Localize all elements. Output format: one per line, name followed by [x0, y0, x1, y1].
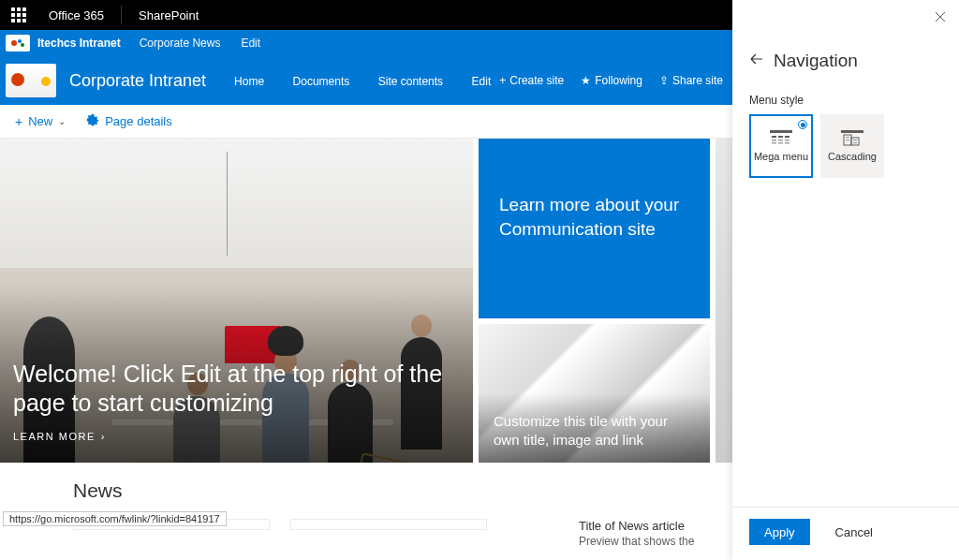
create-site-label: Create site: [509, 74, 564, 87]
hub-logo: [6, 35, 30, 52]
svg-rect-3: [770, 130, 792, 133]
plus-icon: +: [499, 74, 506, 87]
tile-title: Customize this tile with your own title,…: [494, 412, 695, 450]
nav-edit[interactable]: Edit: [472, 75, 492, 88]
hero-title: Welcome! Click Edit at the top right of …: [13, 360, 445, 419]
gear-icon: [86, 113, 99, 129]
svg-rect-10: [772, 142, 776, 144]
svg-rect-13: [841, 130, 863, 133]
page-details-button[interactable]: Page details: [86, 113, 172, 129]
news-article[interactable]: Title of News article Preview that shows…: [579, 519, 695, 548]
choice-label: Mega menu: [754, 151, 808, 162]
svg-rect-7: [772, 140, 776, 141]
learn-more-link[interactable]: LEARN MORE ›: [13, 431, 445, 442]
star-icon: ★: [581, 74, 591, 87]
news-article-preview: Preview that shows the: [579, 535, 695, 548]
news-card[interactable]: [290, 519, 487, 530]
learn-more-label: LEARN MORE: [13, 431, 96, 442]
svg-rect-18: [853, 140, 857, 140]
cancel-button[interactable]: Cancel: [819, 519, 889, 545]
menu-style-mega-menu[interactable]: Mega menu: [749, 114, 813, 178]
panel-title: Navigation: [774, 51, 858, 71]
waffle-icon: [11, 7, 26, 22]
site-logo[interactable]: [6, 64, 56, 97]
chevron-down-icon: ⌄: [58, 116, 66, 126]
menu-style-label: Menu style: [732, 81, 959, 114]
hub-link-edit[interactable]: Edit: [241, 37, 260, 50]
nav-documents[interactable]: Documents: [293, 75, 350, 88]
navigation-settings-panel: Navigation Menu style Mega menu Cascadin…: [732, 0, 959, 560]
svg-rect-8: [778, 140, 783, 141]
back-button[interactable]: [749, 52, 764, 70]
app-launcher-button[interactable]: [0, 0, 37, 30]
svg-rect-17: [846, 140, 849, 140]
radio-selected-icon: [798, 120, 807, 129]
following-label: Following: [595, 74, 642, 87]
apply-button[interactable]: Apply: [749, 519, 810, 545]
svg-rect-11: [778, 142, 783, 144]
svg-point-0: [11, 40, 17, 46]
svg-point-1: [18, 39, 22, 43]
close-button[interactable]: [935, 11, 946, 25]
cascading-icon: [841, 130, 863, 147]
following-button[interactable]: ★ Following: [581, 74, 642, 87]
svg-rect-5: [778, 136, 783, 138]
page-details-label: Page details: [105, 114, 172, 128]
menu-style-cascading[interactable]: Cascading: [820, 114, 884, 178]
hero-primary-tile[interactable]: Welcome! Click Edit at the top right of …: [0, 139, 473, 463]
choice-label: Cascading: [828, 151, 877, 162]
status-bar-url: https://go.microsoft.com/fwlink/?linkid=…: [3, 511, 227, 526]
chevron-right-icon: ›: [101, 431, 106, 442]
divider: [121, 6, 122, 24]
hero-tile-learn-more[interactable]: Learn more about your Communication site: [479, 139, 710, 318]
tile-title: Learn more about your Communication site: [499, 193, 689, 241]
svg-rect-4: [772, 136, 776, 138]
svg-rect-15: [851, 138, 859, 145]
create-site-button[interactable]: + Create site: [499, 74, 564, 87]
hero-tile-partial[interactable]: [716, 139, 732, 463]
svg-rect-19: [853, 142, 857, 143]
hub-link-corporate-news[interactable]: Corporate News: [140, 37, 221, 50]
share-site-button[interactable]: ⇪ Share site: [659, 74, 723, 87]
site-title[interactable]: Corporate Intranet: [69, 71, 206, 91]
hero-tile-customize[interactable]: Customize this tile with your own title,…: [479, 324, 710, 463]
new-label: New: [28, 114, 52, 128]
hub-site-title[interactable]: Itechcs Intranet: [37, 37, 121, 50]
svg-rect-9: [785, 140, 789, 141]
news-article-title: Title of News article: [579, 519, 695, 533]
close-icon: [935, 11, 946, 22]
sharepoint-label[interactable]: SharePoint: [127, 8, 210, 22]
svg-rect-12: [785, 142, 789, 144]
share-icon: ⇪: [659, 74, 669, 87]
plus-icon: +: [15, 114, 22, 129]
office365-label[interactable]: Office 365: [37, 8, 115, 22]
nav-site-contents[interactable]: Site contents: [378, 75, 443, 88]
svg-rect-6: [785, 136, 789, 138]
svg-rect-16: [846, 137, 849, 138]
mega-menu-icon: [770, 130, 792, 147]
arrow-left-icon: [749, 52, 764, 66]
share-site-label: Share site: [672, 74, 723, 87]
new-button[interactable]: + New ⌄: [15, 114, 66, 129]
news-heading: News: [73, 479, 732, 502]
nav-home[interactable]: Home: [234, 75, 264, 88]
svg-point-2: [21, 43, 24, 47]
